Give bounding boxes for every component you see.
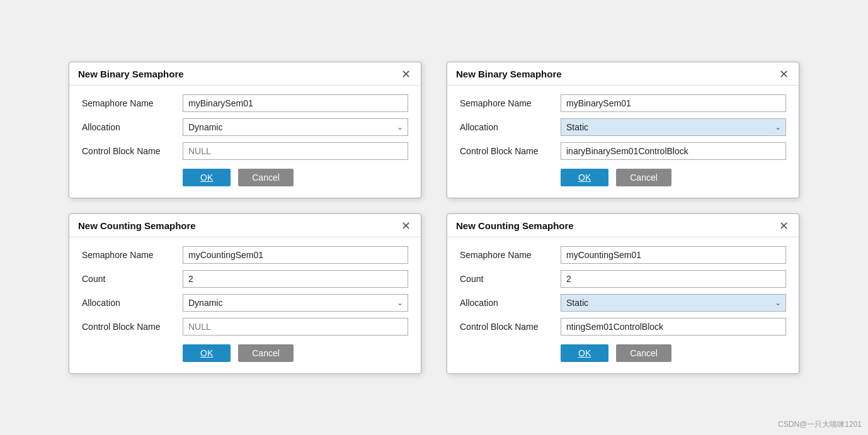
input-semaphore-name-1[interactable] bbox=[183, 94, 408, 112]
select-allocation-3[interactable]: Dynamic Static bbox=[183, 294, 408, 312]
row-control-block-3: Control Block Name bbox=[82, 318, 408, 336]
cancel-button-counting-static[interactable]: Cancel bbox=[616, 344, 671, 362]
input-control-block-1[interactable] bbox=[183, 142, 408, 160]
dialog-counting-dynamic: New Counting Semaphore ✕ Semaphore Name … bbox=[69, 213, 421, 374]
label-control-block-2: Control Block Name bbox=[460, 146, 561, 156]
label-allocation-1: Allocation bbox=[82, 122, 183, 132]
dialog-counting-static: New Counting Semaphore ✕ Semaphore Name … bbox=[447, 213, 799, 374]
input-count-2[interactable] bbox=[561, 270, 786, 288]
ok-button-binary-static[interactable]: OK bbox=[561, 169, 608, 186]
row-semaphore-name-4: Semaphore Name bbox=[460, 246, 786, 264]
title-binary-static: New Binary Semaphore bbox=[456, 69, 562, 79]
row-semaphore-name-1: Semaphore Name bbox=[82, 94, 408, 112]
title-counting-dynamic: New Counting Semaphore bbox=[78, 220, 196, 231]
buttons-binary-dynamic: OK Cancel bbox=[82, 169, 408, 186]
title-counting-static: New Counting Semaphore bbox=[456, 220, 574, 231]
select-wrapper-allocation-4: Dynamic Static ⌄ bbox=[561, 294, 786, 312]
titlebar-binary-dynamic: New Binary Semaphore ✕ bbox=[69, 62, 421, 86]
row-allocation-3: Allocation Dynamic Static ⌄ bbox=[82, 294, 408, 312]
row-semaphore-name-2: Semaphore Name bbox=[460, 94, 786, 112]
body-binary-static: Semaphore Name Allocation Dynamic Static… bbox=[447, 86, 799, 198]
label-allocation-4: Allocation bbox=[460, 298, 561, 308]
input-semaphore-name-2[interactable] bbox=[561, 94, 786, 112]
buttons-counting-static: OK Cancel bbox=[460, 344, 786, 362]
titlebar-binary-static: New Binary Semaphore ✕ bbox=[447, 62, 799, 86]
cancel-button-counting-dynamic[interactable]: Cancel bbox=[238, 344, 294, 362]
close-button-binary-static[interactable]: ✕ bbox=[778, 69, 790, 80]
select-wrapper-allocation-2: Dynamic Static ⌄ bbox=[561, 118, 786, 136]
label-semaphore-name-4: Semaphore Name bbox=[460, 250, 561, 260]
label-semaphore-name-1: Semaphore Name bbox=[82, 98, 183, 108]
ok-button-binary-dynamic[interactable]: OK bbox=[183, 169, 231, 186]
row-count-1: Count bbox=[82, 270, 408, 288]
ok-button-counting-dynamic[interactable]: OK bbox=[183, 344, 231, 362]
watermark: CSDN@一只大喵咪1201 bbox=[778, 419, 862, 430]
select-allocation-4[interactable]: Dynamic Static bbox=[561, 294, 786, 312]
row-control-block-1: Control Block Name bbox=[82, 142, 408, 160]
ok-button-counting-static[interactable]: OK bbox=[561, 344, 608, 362]
label-semaphore-name-3: Semaphore Name bbox=[82, 250, 183, 260]
close-button-binary-dynamic[interactable]: ✕ bbox=[400, 69, 412, 80]
label-count-1: Count bbox=[82, 274, 183, 284]
dialog-binary-dynamic: New Binary Semaphore ✕ Semaphore Name Al… bbox=[69, 62, 421, 198]
select-allocation-1[interactable]: Dynamic Static bbox=[183, 118, 408, 136]
row-allocation-4: Allocation Dynamic Static ⌄ bbox=[460, 294, 786, 312]
close-button-counting-dynamic[interactable]: ✕ bbox=[400, 220, 412, 232]
input-control-block-2[interactable] bbox=[561, 142, 786, 160]
cancel-button-binary-static[interactable]: Cancel bbox=[616, 169, 671, 186]
titlebar-counting-static: New Counting Semaphore ✕ bbox=[447, 214, 799, 237]
row-allocation-1: Allocation Dynamic Static ⌄ bbox=[82, 118, 408, 136]
label-control-block-4: Control Block Name bbox=[460, 322, 561, 332]
input-semaphore-name-3[interactable] bbox=[183, 246, 408, 264]
row-count-2: Count bbox=[460, 270, 786, 288]
select-wrapper-allocation-1: Dynamic Static ⌄ bbox=[183, 118, 408, 136]
body-counting-static: Semaphore Name Count Allocation Dynamic … bbox=[447, 237, 799, 373]
close-button-counting-static[interactable]: ✕ bbox=[778, 220, 790, 232]
label-count-2: Count bbox=[460, 274, 561, 284]
input-control-block-3[interactable] bbox=[183, 318, 408, 336]
row-allocation-2: Allocation Dynamic Static ⌄ bbox=[460, 118, 786, 136]
label-allocation-3: Allocation bbox=[82, 298, 183, 308]
label-allocation-2: Allocation bbox=[460, 122, 561, 132]
input-count-1[interactable] bbox=[183, 270, 408, 288]
buttons-binary-static: OK Cancel bbox=[460, 169, 786, 186]
input-control-block-4[interactable] bbox=[561, 318, 786, 336]
select-wrapper-allocation-3: Dynamic Static ⌄ bbox=[183, 294, 408, 312]
title-binary-dynamic: New Binary Semaphore bbox=[78, 69, 184, 79]
input-semaphore-name-4[interactable] bbox=[561, 246, 786, 264]
titlebar-counting-dynamic: New Counting Semaphore ✕ bbox=[69, 214, 421, 237]
label-control-block-3: Control Block Name bbox=[82, 322, 183, 332]
cancel-button-binary-dynamic[interactable]: Cancel bbox=[238, 169, 294, 186]
row-semaphore-name-3: Semaphore Name bbox=[82, 246, 408, 264]
dialogs-row-1: New Binary Semaphore ✕ Semaphore Name Al… bbox=[69, 62, 799, 198]
label-semaphore-name-2: Semaphore Name bbox=[460, 98, 561, 108]
body-counting-dynamic: Semaphore Name Count Allocation Dynamic … bbox=[69, 237, 421, 373]
dialog-binary-static: New Binary Semaphore ✕ Semaphore Name Al… bbox=[447, 62, 799, 198]
dialogs-row-2: New Counting Semaphore ✕ Semaphore Name … bbox=[69, 213, 799, 374]
select-allocation-2[interactable]: Dynamic Static bbox=[561, 118, 786, 136]
row-control-block-2: Control Block Name bbox=[460, 142, 786, 160]
label-control-block-1: Control Block Name bbox=[82, 146, 183, 156]
body-binary-dynamic: Semaphore Name Allocation Dynamic Static… bbox=[69, 86, 421, 198]
buttons-counting-dynamic: OK Cancel bbox=[82, 344, 408, 362]
row-control-block-4: Control Block Name bbox=[460, 318, 786, 336]
